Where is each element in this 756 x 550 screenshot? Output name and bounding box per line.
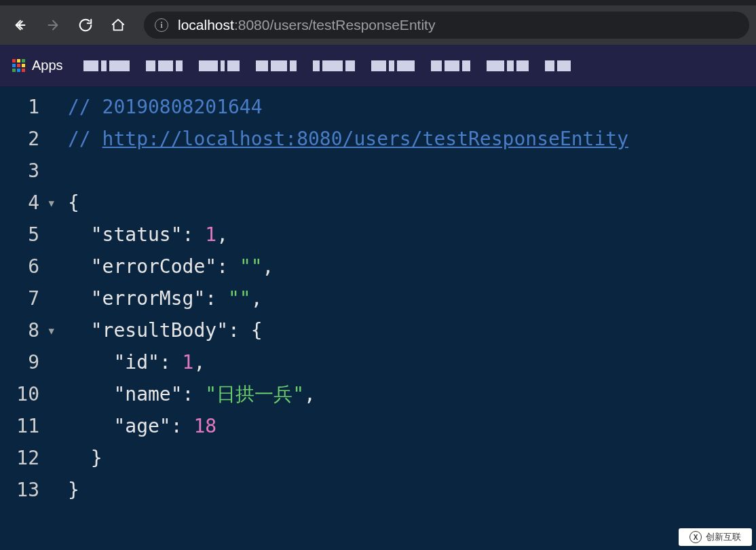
json-string: "" (228, 287, 251, 310)
json-number: 1 (205, 223, 216, 246)
json-number: 1 (183, 351, 194, 373)
info-icon[interactable]: i (155, 18, 168, 32)
fold-marker-icon[interactable]: ▼ (49, 314, 54, 346)
watermark-logo-icon: X (689, 531, 702, 543)
apps-shortcut[interactable]: Apps (12, 58, 63, 73)
forward-button[interactable] (39, 12, 67, 39)
json-string: "日拱一兵" (205, 383, 304, 405)
tab-strip (0, 0, 756, 5)
comment-line: // 20190808201644 (68, 96, 263, 118)
watermark: X 创新互联 (679, 528, 752, 546)
apps-label: Apps (32, 58, 63, 73)
browser-toolbar: i localhost:8080/users/testResponseEntit… (0, 5, 756, 45)
reload-button[interactable] (72, 12, 99, 39)
watermark-text: 创新互联 (706, 531, 741, 543)
url-link[interactable]: http://localhost:8080/users/testResponse… (102, 128, 628, 150)
json-number: 18 (193, 415, 216, 437)
url-text: localhost:8080/users/testResponseEntity (178, 17, 435, 33)
code-viewer: 1 2 3 4▼ 5 6 7 8▼ 9 10 11 12 13 // 20190… (0, 87, 756, 506)
address-bar[interactable]: i localhost:8080/users/testResponseEntit… (144, 12, 749, 39)
line-gutter: 1 2 3 4▼ 5 6 7 8▼ 9 10 11 12 13 (0, 91, 42, 506)
home-button[interactable] (105, 12, 132, 39)
bookmarks-blurred (83, 60, 744, 71)
fold-marker-icon[interactable]: ▼ (49, 187, 54, 219)
apps-icon (12, 59, 25, 72)
json-string: "" (240, 255, 263, 278)
code-content[interactable]: // 20190808201644 // http://localhost:80… (42, 91, 628, 506)
bookmarks-bar: Apps (0, 45, 756, 87)
back-button[interactable] (7, 12, 34, 39)
comment-line: // http://localhost:8080/users/testRespo… (68, 128, 628, 150)
